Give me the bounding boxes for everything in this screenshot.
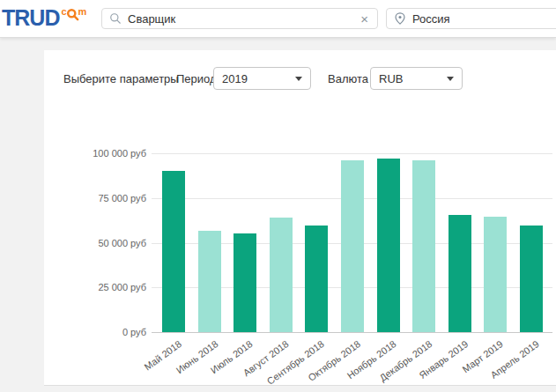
logo-letter-m: m	[78, 7, 87, 17]
logo-suffix-com: c m	[61, 7, 86, 20]
currency-select-value: RUB	[379, 72, 447, 85]
location-input[interactable]: Россия	[386, 8, 556, 29]
magnifier-logo-icon	[66, 8, 79, 21]
currency-select[interactable]: RUB	[370, 67, 463, 90]
y-axis: 0 руб25 000 руб50 000 руб75 000 руб100 0…	[44, 154, 146, 333]
bar-март-2019[interactable]	[484, 217, 507, 332]
search-input[interactable]: Сварщик ×	[101, 8, 378, 29]
period-select-value: 2019	[222, 72, 295, 85]
search-input-value: Сварщик	[128, 12, 359, 26]
y-tick-label: 75 000 руб	[98, 193, 146, 203]
period-label: Период	[176, 72, 217, 85]
parameters-title: Выберите параметры	[63, 72, 179, 85]
search-icon	[109, 12, 122, 25]
parameters-row: Выберите параметры Период 2019 Валюта RU…	[44, 50, 556, 105]
bar-октябрь-2018[interactable]	[341, 160, 364, 332]
location-input-value: Россия	[412, 12, 556, 26]
bar-июль-2018[interactable]	[234, 233, 256, 332]
bar-май-2018[interactable]	[162, 171, 185, 332]
y-tick-label: 100 000 руб	[93, 148, 146, 159]
y-tick-label: 0 руб	[122, 327, 146, 337]
y-tick-label: 50 000 руб	[98, 238, 146, 248]
bar-апрель-2019[interactable]	[520, 226, 543, 332]
plot-area: Май 2018Июнь 2018Июль 2018Август 2018Сен…	[152, 154, 552, 333]
logo-text-trud: TRUD	[2, 6, 59, 29]
content-card: Выберите параметры Период 2019 Валюта RU…	[44, 50, 556, 386]
clear-search-icon[interactable]: ×	[359, 12, 370, 26]
chevron-down-icon	[295, 77, 302, 81]
x-axis-line	[152, 332, 552, 333]
y-tick-label: 25 000 руб	[98, 282, 146, 292]
bar-сентябрь-2018[interactable]	[305, 226, 328, 332]
bar-август-2018[interactable]	[270, 218, 293, 332]
bar-декабрь-2018[interactable]	[412, 160, 435, 332]
bar-ноябрь-2018[interactable]	[377, 159, 400, 332]
period-select[interactable]: 2019	[213, 67, 311, 90]
location-pin-icon	[394, 12, 406, 25]
currency-label: Валюта	[328, 72, 368, 85]
gridline	[152, 153, 552, 154]
chevron-down-icon	[447, 77, 454, 81]
bar-июнь-2018[interactable]	[198, 231, 221, 332]
header: TRUD c m Сварщик ×	[0, 0, 556, 38]
salary-bar-chart: 0 руб25 000 руб50 000 руб75 000 руб100 0…	[44, 138, 556, 385]
trud-logo[interactable]: TRUD c m	[2, 6, 86, 29]
bar-январь-2019[interactable]	[449, 215, 471, 332]
